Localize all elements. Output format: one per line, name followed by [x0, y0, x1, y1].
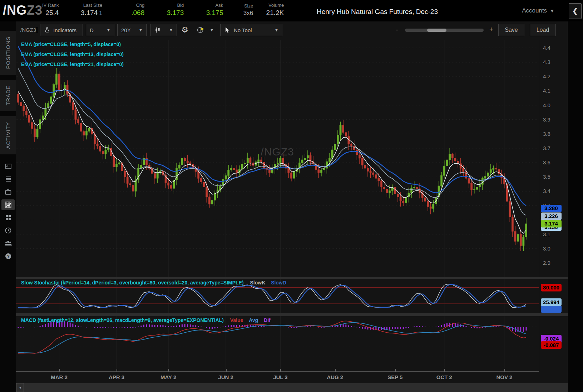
chart-layout-dropdown[interactable]: ▼ — [193, 24, 217, 36]
chart-toolbar: /NGZ3 Indicators D▼ 20Y▼ ▼ ⚙ ▼ No Tool ▼… — [16, 21, 568, 39]
quote-stats: IV Rank 25.4 Last Size 3.1741 Chg .068 B… — [42, 3, 293, 17]
zoom-in-button[interactable]: + — [489, 26, 493, 33]
chevron-down-icon: ▼ — [165, 28, 173, 32]
x-axis-tick — [504, 369, 505, 372]
x-axis-label: MAR 2 — [45, 374, 74, 380]
y-axis-tick: 3.1 — [543, 231, 550, 237]
stat-chg: Chg .068 — [112, 3, 144, 17]
chart-scrollbar[interactable]: ◂ — [16, 383, 568, 392]
svg-text:-0.024: -0.024 — [544, 336, 559, 342]
slowk-label-hidden — [541, 305, 562, 313]
help-icon[interactable]: ? — [1, 251, 15, 262]
candlestick-icon — [154, 26, 161, 34]
x-axis[interactable] — [16, 371, 539, 372]
x-axis-label: AUG 2 — [321, 374, 349, 380]
chevron-down-icon: ▼ — [550, 8, 554, 14]
stat-size: Size 3x6 — [232, 3, 253, 17]
y-axis-tick: 2.9 — [543, 260, 550, 266]
symbol-title: /NGZ3 — [3, 3, 43, 18]
y-axis-tick: 3.8 — [543, 131, 550, 137]
symbol-suffix: Z3 — [27, 3, 43, 18]
zoom-out-button[interactable]: - — [396, 26, 398, 34]
drawing-tool-dropdown[interactable]: No Tool ▼ — [220, 24, 282, 36]
x-axis-label: OCT 2 — [430, 374, 459, 380]
price-axis-separator — [539, 40, 539, 372]
scroll-left-arrow[interactable]: ◂ — [16, 383, 24, 392]
x-axis-tick — [168, 369, 169, 372]
y-axis-tick: 3.0 — [543, 245, 550, 252]
y-axis-tick: 3.4 — [543, 188, 550, 194]
collapse-panel-button[interactable]: ❮ — [569, 3, 582, 19]
zoom-slider-thumb[interactable] — [427, 29, 446, 32]
y-axis-tick: 4.2 — [543, 73, 550, 79]
svg-text:25.994: 25.994 — [543, 299, 560, 305]
x-axis-tick — [280, 369, 281, 372]
x-axis-label: APR 3 — [102, 374, 131, 380]
slowd-line — [18, 284, 526, 308]
y-axis-tick: 3.9 — [543, 116, 550, 123]
stat-bid: Bid 3.173 — [154, 3, 184, 17]
stat-iv-rank: IV Rank 25.4 — [42, 3, 59, 17]
globe-grid-icon — [197, 26, 204, 34]
sidebar-tab-trade[interactable]: TRADE — [0, 80, 16, 111]
text-caret — [37, 27, 37, 33]
x-axis-tick — [395, 369, 396, 372]
y-axis-tick: 3.6 — [543, 159, 550, 165]
collapsed-right-panel — [568, 21, 583, 392]
ema21-line — [18, 46, 526, 206]
stat-ask: Ask 3.175 — [193, 3, 223, 17]
indicators-button[interactable]: Indicators — [40, 24, 83, 36]
y-axis-tick: 4.0 — [543, 102, 550, 108]
x-axis-tick — [444, 369, 445, 372]
chevron-down-icon: ▼ — [271, 28, 278, 32]
chart-type-dropdown[interactable]: ▼ — [150, 24, 177, 36]
svg-text:80.000: 80.000 — [543, 284, 559, 291]
svg-text:3.226: 3.226 — [544, 213, 558, 219]
pane-divider[interactable] — [16, 313, 568, 316]
y-axis-tick: 4.1 — [543, 88, 550, 94]
x-axis-label: JUN 2 — [212, 374, 240, 380]
x-axis-label: SEP 5 — [381, 374, 409, 380]
svg-text:3.174: 3.174 — [544, 220, 558, 227]
load-button[interactable]: Load — [530, 24, 556, 36]
apps-grid-icon[interactable] — [1, 212, 15, 223]
candles-layer — [17, 68, 527, 251]
symbol-input[interactable]: /NGZ3 — [20, 27, 37, 33]
sidebar-tab-positions[interactable]: POSITIONS — [0, 31, 16, 75]
news-icon[interactable] — [1, 161, 15, 172]
list-icon[interactable] — [1, 174, 15, 184]
main-price-chart[interactable]: 4.44.34.24.14.03.93.83.73.63.53.43.33.23… — [16, 40, 568, 277]
y-axis-tick: 3.5 — [543, 174, 550, 180]
aggregation-dropdown[interactable]: D▼ — [86, 24, 114, 36]
x-axis-tick — [226, 369, 227, 372]
left-sidebar: POSITIONS TRADE ACTIVITY ? — [0, 21, 16, 392]
svg-text:?: ? — [7, 254, 9, 258]
chevron-down-icon: ▼ — [206, 28, 214, 32]
range-dropdown[interactable]: 20Y▼ — [117, 24, 147, 36]
x-axis-label: MAY 2 — [154, 374, 183, 380]
ema5-line — [18, 89, 526, 233]
macd-pane[interactable]: -0.1-0.2-0.024-0.087 — [16, 316, 568, 372]
ema5-label: EMA (price=CLOSE, length=5, displace=0) — [21, 39, 124, 49]
stat-last-size: Last Size 3.1741 — [68, 3, 102, 17]
cursor-icon — [224, 27, 230, 33]
ema21-label: EMA (price=CLOSE, length=21, displace=0) — [21, 59, 124, 69]
tv-icon[interactable] — [1, 187, 15, 197]
quote-header: /NGZ3 IV Rank 25.4 Last Size 3.1741 Chg … — [0, 0, 583, 21]
community-people-icon[interactable] — [1, 238, 15, 249]
sidebar-tab-activity[interactable]: ACTIVITY — [0, 116, 16, 155]
indicators-icon — [44, 27, 50, 33]
save-button[interactable]: Save — [498, 24, 524, 36]
ema13-label: EMA (price=CLOSE, length=13, displace=0) — [21, 49, 124, 59]
stat-volume: Volume 21.2K — [262, 3, 284, 17]
contract-description: Henry Hub Natural Gas Futures, Dec-23 — [317, 8, 438, 16]
zoom-slider[interactable] — [405, 29, 484, 32]
svg-text:-0.087: -0.087 — [544, 342, 559, 348]
chart-grid-icon[interactable] — [1, 199, 15, 210]
y-axis-tick: 3.7 — [543, 145, 550, 151]
chevron-down-icon: ▼ — [103, 28, 110, 32]
history-clock-icon[interactable] — [1, 225, 15, 236]
settings-gear-icon[interactable]: ⚙ — [179, 25, 190, 35]
svg-text:3.280: 3.280 — [544, 205, 558, 211]
accounts-dropdown[interactable]: Accounts▼ — [522, 7, 554, 14]
